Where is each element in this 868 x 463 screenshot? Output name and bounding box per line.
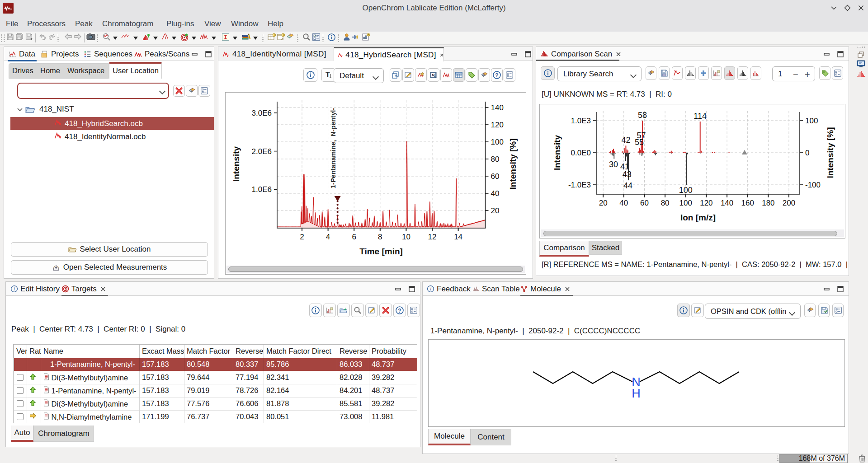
svg-text:0: 0: [805, 149, 809, 157]
svg-text:100: 100: [805, 117, 818, 125]
svg-text:-100: -100: [805, 181, 821, 189]
svg-text:Time [min]: Time [min]: [359, 247, 403, 256]
svg-text:20: 20: [491, 206, 500, 215]
svg-text:1.0E6: 1.0E6: [252, 185, 272, 194]
svg-text:40: 40: [491, 189, 500, 198]
svg-text:140: 140: [491, 103, 504, 112]
svg-text:?: ?: [495, 72, 498, 79]
svg-text:Intensity [%]: Intensity [%]: [826, 127, 835, 178]
svg-text:42: 42: [621, 136, 630, 145]
svg-text:1.0E3: 1.0E3: [571, 117, 591, 125]
svg-text:43: 43: [623, 170, 632, 179]
svg-text:100: 100: [679, 199, 692, 207]
svg-text:2: 2: [300, 233, 304, 241]
svg-text:58: 58: [638, 111, 647, 120]
svg-text:-1.0E3: -1.0E3: [568, 181, 591, 189]
svg-text:1-Pentanamine, N-pentyl-: 1-Pentanamine, N-pentyl-: [330, 108, 337, 188]
svg-text:Intensity: Intensity: [552, 135, 562, 171]
svg-text:T: T: [326, 71, 330, 79]
svg-text:100: 100: [491, 138, 504, 146]
svg-text:180: 180: [762, 199, 774, 207]
svg-text:55: 55: [635, 138, 644, 147]
svg-text:i: i: [14, 286, 15, 291]
svg-text:60: 60: [491, 172, 500, 181]
svg-text:10: 10: [402, 233, 410, 241]
svg-text:?: ?: [398, 308, 401, 314]
svg-text:4: 4: [326, 233, 330, 241]
svg-text:200: 200: [783, 199, 795, 207]
svg-text:20: 20: [599, 199, 608, 207]
svg-text:160: 160: [741, 199, 754, 207]
svg-text:80: 80: [661, 199, 670, 207]
svg-text:140: 140: [721, 199, 733, 207]
svg-text:12: 12: [428, 233, 437, 241]
svg-text:6: 6: [352, 233, 356, 241]
svg-text:44: 44: [623, 181, 632, 190]
svg-text:M: M: [432, 74, 435, 77]
svg-text:100: 100: [679, 186, 693, 195]
svg-text:Intensity: Intensity: [231, 146, 241, 182]
svg-text:2.0E6: 2.0E6: [252, 147, 272, 156]
svg-text:i: i: [430, 286, 431, 291]
svg-text:40: 40: [619, 199, 628, 207]
svg-text:H: H: [632, 387, 641, 400]
svg-text:0.0E0: 0.0E0: [571, 149, 591, 157]
svg-text:14: 14: [454, 233, 462, 241]
svg-text:Intensity [%]: Intensity [%]: [508, 139, 518, 190]
svg-text:3.0E6: 3.0E6: [252, 109, 272, 117]
svg-text:80: 80: [491, 155, 500, 164]
svg-text:120: 120: [491, 121, 504, 129]
svg-text:114: 114: [693, 112, 707, 121]
svg-text:30: 30: [609, 160, 618, 169]
svg-text:Ion [m/z]: Ion [m/z]: [680, 213, 716, 222]
svg-text:60: 60: [640, 199, 649, 207]
svg-text:8: 8: [378, 233, 382, 241]
svg-text:120: 120: [700, 199, 712, 207]
